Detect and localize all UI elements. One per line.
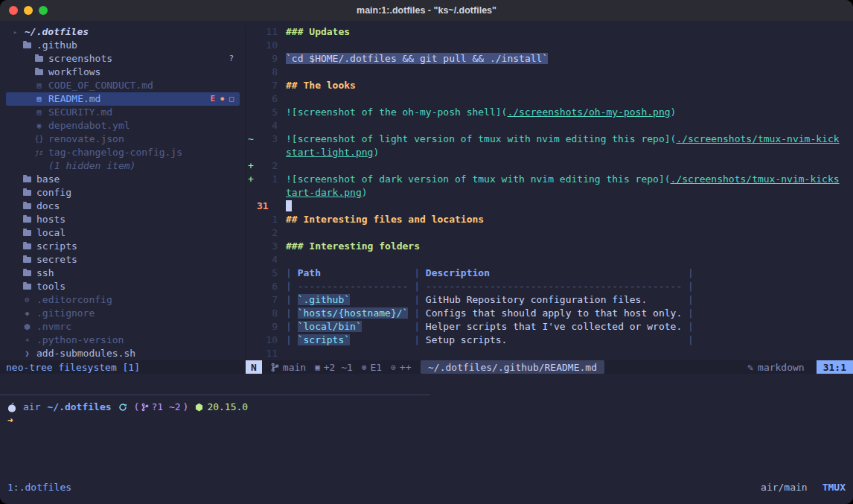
git-status-counts: ?1 ~2 — [151, 401, 180, 414]
tree-item[interactable]: ❯add-submodules.sh — [6, 347, 240, 360]
tree-item[interactable]: ⚙.editorconfig — [6, 293, 240, 307]
text-segment-pipe: | — [688, 321, 694, 332]
tree-item[interactable]: ◆.gitignore — [6, 307, 240, 320]
editor-line[interactable]: start-light.png) — [246, 146, 853, 159]
text-segment-url: start-light.png — [286, 147, 373, 158]
python-icon: ∗ — [22, 334, 32, 347]
zoom-button[interactable] — [39, 6, 48, 15]
tree-item[interactable]: .github — [6, 39, 240, 52]
tree-item-label: screenshots — [48, 52, 112, 66]
tree-item[interactable]: screenshots? — [6, 52, 240, 66]
shell-pane[interactable]: air ~/.dotfiles ( ?1 ~2 ) 20.15.0 ➜ — [7, 401, 248, 427]
tree-item[interactable]: ▤README.mdE●□ — [6, 92, 240, 106]
editor-line[interactable]: 5| Path | Description | — [246, 267, 853, 280]
tree-item[interactable]: ▸~/.dotfiles — [6, 25, 240, 39]
editor-line[interactable]: 8 — [246, 66, 853, 79]
tmux-window-tab[interactable]: 1:.dotfiles — [7, 481, 71, 494]
editor-line[interactable]: tart-dark.png) — [246, 186, 853, 200]
line-number: 9 — [257, 52, 278, 66]
editor-line[interactable]: 7| `.github` | GitHub Repository configu… — [246, 293, 853, 307]
tree-item[interactable]: jstag-changelog-config.js — [6, 146, 240, 159]
folder-icon — [23, 230, 31, 236]
gutter-sign — [246, 52, 257, 66]
gutter-sign — [246, 226, 257, 240]
tree-item[interactable]: ◉dependabot.yml — [6, 119, 240, 133]
editor-line[interactable]: 4 — [246, 253, 853, 267]
line-number: 1 — [257, 213, 278, 226]
folder-icon — [23, 217, 31, 223]
text-segment-pipe: | — [414, 294, 426, 305]
gutter-sign — [246, 106, 257, 119]
tree-item-label: ~/.dotfiles — [25, 25, 89, 39]
editor-line[interactable]: 7## The looks — [246, 79, 853, 92]
tree-item[interactable]: (1 hidden item) — [6, 159, 240, 173]
minimize-button[interactable] — [24, 6, 33, 15]
editor-line[interactable]: 9`cd $HOME/.dotfiles && git pull && ./in… — [246, 52, 853, 66]
diff-icon: ▣ — [315, 363, 320, 372]
editor-line[interactable]: 2 — [246, 226, 853, 240]
editor-line[interactable]: 9| `local/bin` | Helper scripts that I'v… — [246, 320, 853, 334]
editor-line[interactable]: 6| ------------------- | ---------------… — [246, 280, 853, 293]
editor-line[interactable]: +1![screenshot of dark version of tmux w… — [246, 173, 853, 186]
tmux-flag: TMUX — [822, 481, 846, 494]
tree-item-label: renovate.json — [48, 133, 124, 146]
tree-item[interactable]: {}renovate.json — [6, 133, 240, 146]
editor-line[interactable]: 11 — [246, 347, 853, 360]
editor-line[interactable]: 10| `scripts` | Setup scripts. | — [246, 334, 853, 347]
tree-item[interactable]: tools — [6, 280, 240, 293]
editor-line[interactable]: 6 — [246, 92, 853, 106]
prompt-arrow-icon[interactable]: ➜ — [7, 414, 248, 427]
tree-item[interactable]: base — [6, 173, 240, 186]
line-text: `cd $HOME/.dotfiles && git pull && ./ins… — [286, 52, 853, 66]
line-number: 3 — [257, 240, 278, 253]
tree-item[interactable]: ▤SECURITY.md — [6, 106, 240, 119]
line-text — [286, 66, 853, 79]
filetype-segment: ✎ markdown — [747, 362, 804, 373]
tree-item-label: docs — [36, 200, 60, 213]
tree-item[interactable]: local — [6, 226, 240, 240]
line-text: tart-dark.png) — [286, 186, 853, 200]
filetype-label: markdown — [758, 362, 805, 373]
text-segment-pipe: | — [286, 267, 298, 278]
tree-item[interactable]: docs — [6, 200, 240, 213]
tree-item[interactable]: ▤CODE_OF_CONDUCT.md — [6, 79, 240, 92]
tree-item[interactable]: ssh — [6, 267, 240, 280]
tree-item[interactable]: workflows — [6, 66, 240, 79]
gutter-sign: + — [246, 159, 257, 173]
editor-line[interactable]: 31 — [246, 200, 853, 213]
editor-line[interactable]: 11### Updates — [246, 25, 853, 39]
text-segment-pipe: | — [688, 334, 694, 345]
editor-line[interactable]: 3### Interesting folders — [246, 240, 853, 253]
gutter-sign — [246, 293, 257, 307]
tree-item[interactable]: hosts — [6, 213, 240, 226]
gutter-sign — [246, 320, 257, 334]
line-number: 8 — [257, 307, 278, 320]
editor-line[interactable]: 4 — [246, 119, 853, 133]
branch-icon — [271, 363, 279, 372]
tree-item[interactable]: ∗.python-version — [6, 334, 240, 347]
line-text — [286, 39, 853, 52]
editor-line[interactable]: 8| `hosts/{hostname}/` | Configs that sh… — [246, 307, 853, 320]
editor-statusline: N main ▣ +2 ~1 ⊗ E1 ⊙ ++ — [246, 360, 411, 374]
editor-line[interactable]: 5![screenshot of the oh-my-posh shell](.… — [246, 106, 853, 119]
editor-line[interactable]: 1## Interesting files and locations — [246, 213, 853, 226]
tree-item-label: hosts — [36, 213, 66, 226]
editor-line[interactable]: 10 — [246, 39, 853, 52]
git-paren-open: ( — [134, 401, 140, 414]
apple-icon — [7, 402, 16, 412]
line-text: | `hosts/{hostname}/` | Configs that sho… — [286, 307, 853, 320]
git-diff-segment: ▣ +2 ~1 — [315, 362, 353, 373]
tree-item[interactable]: config — [6, 186, 240, 200]
tree-item[interactable]: .nvmrc — [6, 320, 240, 334]
editor-line[interactable]: +2 — [246, 159, 853, 173]
tmux-pane-divider[interactable] — [0, 395, 430, 395]
editor-line[interactable]: ~3![screenshot of light version of tmux … — [246, 133, 853, 146]
tree-item-label: .nvmrc — [36, 320, 71, 334]
folder-open-icon — [23, 42, 31, 48]
text-segment-plain: Helper scripts that I've collected or wr… — [426, 321, 688, 332]
close-button[interactable] — [9, 6, 18, 15]
tree-item[interactable]: secrets — [6, 253, 240, 267]
gutter-sign — [246, 213, 257, 226]
line-text: ![screenshot of light version of tmux wi… — [286, 133, 853, 146]
tree-item[interactable]: scripts — [6, 240, 240, 253]
